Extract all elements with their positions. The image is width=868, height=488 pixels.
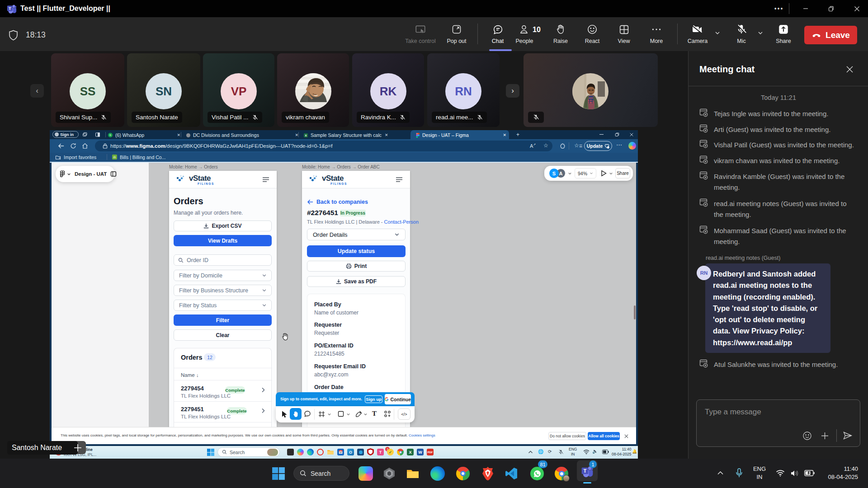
svg-text:T: T <box>584 468 587 474</box>
svg-text:T: T <box>9 6 11 11</box>
svg-text:!: ! <box>608 146 609 149</box>
